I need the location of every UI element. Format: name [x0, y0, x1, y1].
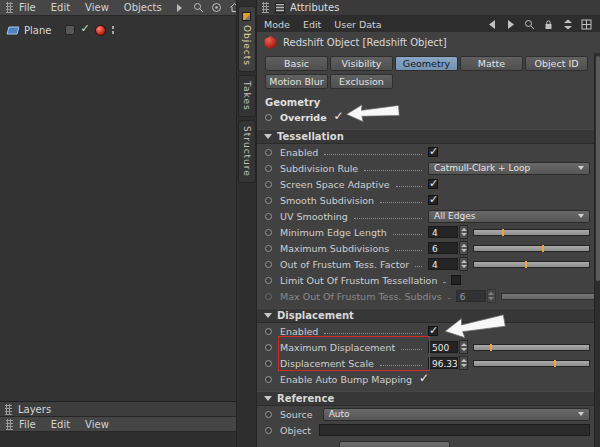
keyframe-circle-icon[interactable]	[265, 344, 272, 351]
visibility-dots-icon[interactable]	[111, 25, 115, 36]
tab-basic[interactable]: Basic	[265, 56, 328, 71]
history-back-icon[interactable]	[485, 18, 498, 31]
keyframe-circle-icon[interactable]	[265, 197, 272, 204]
keyframe-circle-icon[interactable]	[265, 376, 272, 383]
keyframe-circle-icon[interactable]	[265, 277, 272, 284]
panel-layout-icon[interactable]	[580, 18, 593, 31]
spinner-control[interactable]	[459, 340, 468, 354]
spinner-control[interactable]	[459, 241, 468, 255]
param-label: Enable Auto Bump Mapping	[280, 374, 412, 385]
menu-view[interactable]: View	[85, 2, 109, 13]
panel-grip-icon[interactable]	[6, 419, 13, 430]
keyframe-circle-icon[interactable]	[265, 165, 272, 172]
keyframe-circle-icon[interactable]	[265, 261, 272, 268]
number-input[interactable]: 500	[428, 341, 458, 353]
checkbox[interactable]	[428, 179, 438, 189]
enabled-check-icon[interactable]	[80, 25, 90, 35]
menu-user-data[interactable]: User Data	[334, 19, 381, 30]
menu-file[interactable]: File	[19, 419, 36, 430]
search-icon[interactable]	[523, 18, 536, 31]
search-icon[interactable]	[192, 1, 205, 14]
checkbox[interactable]	[428, 147, 438, 157]
param-label: Override	[280, 112, 327, 123]
keyframe-circle-icon[interactable]	[265, 328, 272, 335]
slider-tick	[490, 344, 492, 351]
lock-icon[interactable]	[542, 18, 555, 31]
slider[interactable]	[473, 261, 590, 268]
keyframe-circle-icon[interactable]	[265, 360, 272, 367]
object-link-field[interactable]	[319, 424, 590, 436]
menu-mode[interactable]: Mode	[264, 19, 290, 30]
number-input[interactable]: 4	[428, 226, 458, 238]
tab-exclusion[interactable]: Exclusion	[330, 74, 393, 89]
checkbox[interactable]	[428, 326, 438, 336]
keyframe-circle-icon[interactable]	[265, 213, 272, 220]
section-header-tessellation[interactable]: Tessellation	[257, 129, 600, 144]
section-header-reference[interactable]: Reference	[257, 391, 600, 406]
menu-objects[interactable]: Objects	[124, 2, 162, 13]
slider[interactable]	[473, 245, 590, 252]
leader-dots	[378, 192, 424, 208]
keyframe-circle-icon[interactable]	[265, 114, 272, 121]
menu-file[interactable]: File	[19, 2, 36, 13]
object-row-plane[interactable]: Plane	[0, 21, 236, 39]
checkbox[interactable]	[451, 275, 461, 285]
number-input[interactable]: 6	[428, 242, 458, 254]
control-zone: All Edges	[428, 210, 590, 223]
section-header-displacement[interactable]: Displacement	[257, 308, 600, 323]
side-tab-structure[interactable]: Structure	[238, 120, 256, 183]
keyframe-circle-icon[interactable]	[265, 427, 272, 434]
slider[interactable]	[473, 344, 590, 351]
keyframe-circle-icon[interactable]	[265, 245, 272, 252]
number-input[interactable]: 96.333	[428, 357, 458, 369]
slider[interactable]	[473, 229, 590, 236]
focus-icon[interactable]	[210, 1, 223, 14]
side-tab-objects[interactable]: Objects	[238, 6, 256, 72]
keyframe-circle-icon[interactable]	[265, 149, 272, 156]
keyframe-circle-icon[interactable]	[265, 229, 272, 236]
more-menus-icon[interactable]	[177, 4, 182, 12]
dropdown-source[interactable]: Auto	[323, 408, 590, 421]
param-label: Displacement Scale	[280, 358, 374, 369]
number-input[interactable]: 4	[428, 258, 458, 270]
tab-geometry[interactable]: Geometry	[395, 56, 458, 71]
section-title: Reference	[277, 393, 334, 404]
attributes-panel: Attributes Mode Edit User Data	[257, 0, 600, 447]
objects-tab-icon	[242, 12, 251, 21]
spinner-control[interactable]	[459, 257, 468, 271]
tab-motion-blur[interactable]: Motion Blur	[265, 74, 328, 89]
scrollbar-thumb[interactable]	[596, 56, 600, 281]
control-zone	[428, 179, 590, 189]
menu-view[interactable]: View	[85, 419, 109, 430]
keyframe-circle-icon[interactable]	[265, 181, 272, 188]
menu-edit[interactable]: Edit	[303, 19, 321, 30]
slider[interactable]	[473, 360, 590, 367]
spinner-control[interactable]	[459, 356, 468, 370]
tab-matte[interactable]: Matte	[460, 56, 523, 71]
layers-menubar: File Edit View	[0, 417, 236, 432]
checkbox[interactable]	[428, 195, 438, 205]
history-forward-icon[interactable]	[504, 18, 517, 31]
group-title-geometry: Geometry	[257, 95, 600, 109]
object-name[interactable]: Plane	[24, 25, 51, 36]
menu-edit[interactable]: Edit	[51, 2, 70, 13]
clipped-bottom-button[interactable]	[339, 441, 450, 447]
sync-arrows-icon[interactable]	[561, 18, 574, 31]
display-tag-icon[interactable]	[65, 25, 75, 35]
dropdown-subdivision-rule[interactable]: Catmull-Clark + Loop	[428, 162, 590, 175]
dropdown-uv-smoothing[interactable]: All Edges	[428, 210, 590, 223]
redshift-material-tag-icon[interactable]	[95, 25, 106, 36]
menu-edit[interactable]: Edit	[51, 419, 70, 430]
tab-visibility[interactable]: Visibility	[330, 56, 393, 71]
panel-grip-icon[interactable]	[5, 404, 12, 415]
layers-title: Layers	[18, 404, 51, 415]
tab-object-id[interactable]: Object ID	[525, 56, 588, 71]
panel-grip-icon[interactable]	[6, 2, 13, 13]
panel-grip-icon[interactable]	[262, 2, 269, 13]
override-checkmark[interactable]	[334, 111, 346, 123]
spinner-control[interactable]	[459, 225, 468, 239]
scrollbar[interactable]	[594, 53, 600, 447]
side-tab-takes[interactable]: Takes	[238, 75, 256, 117]
checkbox[interactable]	[419, 373, 431, 385]
keyframe-circle-icon[interactable]	[265, 411, 272, 418]
